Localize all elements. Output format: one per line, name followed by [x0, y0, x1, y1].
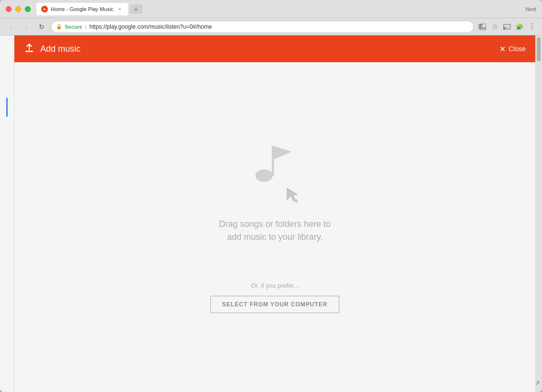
- upload-icon: [24, 43, 35, 56]
- browser-window: Home - Google Play Music × + Next ‹ › ↻ …: [0, 0, 542, 392]
- close-label: Close: [508, 45, 526, 53]
- svg-rect-9: [272, 146, 274, 176]
- svg-rect-7: [25, 51, 33, 52]
- address-bar[interactable]: 🔒 Secure | https://play.google.com/music…: [51, 21, 474, 33]
- main-area: Add music ✕ Close: [0, 35, 542, 392]
- svg-rect-4: [481, 23, 486, 28]
- minimize-window-button[interactable]: [15, 6, 21, 12]
- back-button[interactable]: ‹: [5, 21, 17, 33]
- nav-bar: ‹ › ↻ 🔒 Secure | https://play.google.com…: [0, 18, 542, 35]
- menu-icon-button[interactable]: ⋮: [527, 22, 537, 32]
- address-separator: |: [85, 24, 87, 30]
- refresh-button[interactable]: ↻: [35, 21, 48, 33]
- select-from-computer-button[interactable]: SELECT FROM YOUR COMPUTER: [210, 296, 340, 313]
- active-tab[interactable]: Home - Google Play Music ×: [36, 3, 128, 15]
- secure-label: Secure: [65, 24, 82, 30]
- traffic-lights: [6, 6, 31, 12]
- scrollbar-thumb[interactable]: [537, 37, 541, 61]
- svg-text:+: +: [295, 197, 299, 203]
- puzzle-icon: 🧩: [516, 23, 523, 30]
- lock-icon: 🔒: [56, 24, 62, 29]
- svg-point-8: [255, 169, 273, 182]
- nav-right-icons: ☆ 🧩 ⋮: [477, 22, 537, 32]
- bookmark-icon-button[interactable]: ☆: [489, 22, 500, 32]
- add-music-panel: Add music ✕ Close: [14, 35, 535, 392]
- panel-header: Add music ✕ Close: [14, 35, 535, 62]
- svg-rect-3: [480, 28, 486, 30]
- scrollbar[interactable]: [535, 35, 542, 392]
- close-panel-button[interactable]: ✕ Close: [499, 45, 526, 54]
- drop-zone[interactable]: + Drag songs or folders here to add musi…: [14, 62, 535, 392]
- cursor-plus-icon: +: [284, 186, 301, 203]
- svg-rect-2: [478, 27, 481, 28]
- prefer-text: Or, if you prefer...: [251, 282, 299, 289]
- sidebar: [0, 35, 14, 392]
- tab-favicon-icon: [41, 6, 48, 12]
- drag-drop-text: Drag songs or folders here to add music …: [219, 218, 331, 244]
- tab-bar: Home - Google Play Music × +: [36, 3, 525, 15]
- panel-title: Add music: [40, 44, 499, 54]
- tab-label: Home - Google Play Music: [51, 6, 114, 12]
- music-note-icon: [254, 141, 297, 189]
- star-icon: ☆: [492, 22, 498, 31]
- address-text: https://play.google.com/music/listen?u=0…: [90, 23, 469, 30]
- new-tab-button[interactable]: +: [130, 4, 142, 14]
- close-x-icon: ✕: [499, 45, 506, 54]
- maximize-window-button[interactable]: [25, 6, 31, 12]
- cast2-icon-button[interactable]: [502, 22, 512, 32]
- title-bar: Home - Google Play Music × + Next: [0, 0, 542, 18]
- title-bar-right-text: Next: [525, 6, 536, 12]
- sidebar-active-indicator: [6, 98, 8, 117]
- forward-button[interactable]: ›: [20, 21, 33, 33]
- close-window-button[interactable]: [6, 6, 12, 12]
- dots-icon: ⋮: [528, 22, 536, 31]
- svg-point-6: [504, 29, 505, 30]
- content-panel: Add music ✕ Close: [14, 35, 542, 392]
- music-icon-container: +: [244, 141, 306, 208]
- cast-icon-button[interactable]: [477, 22, 487, 32]
- tab-close-button[interactable]: ×: [116, 6, 123, 12]
- extensions-icon-button[interactable]: 🧩: [514, 22, 525, 32]
